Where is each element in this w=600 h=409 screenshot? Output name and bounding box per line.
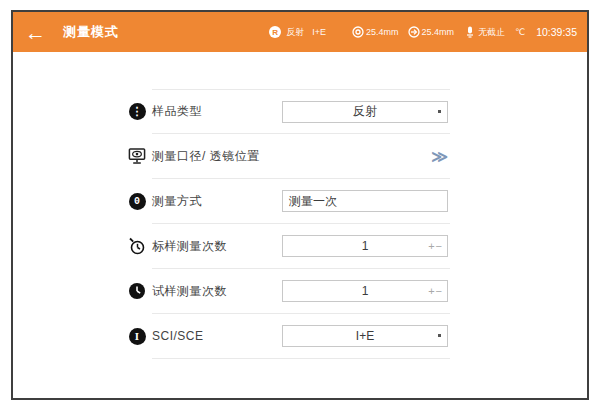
sample-count-stepper[interactable]: 1 + −	[282, 280, 448, 302]
measure-method-label: 测量方式	[152, 193, 202, 210]
device-screen: ← 测量模式 R 反射 I+E 25.4mm 25.4mm	[11, 10, 589, 400]
status-sci-sce: I+E	[312, 27, 326, 37]
decrement-button[interactable]: −	[436, 240, 443, 252]
uv-lamp-icon	[466, 26, 474, 38]
row-sci-sce: I SCI/SCE I+E	[152, 314, 450, 359]
back-arrow-icon[interactable]: ←	[25, 22, 46, 43]
stepper-controls: + −	[428, 240, 443, 252]
sample-type-select[interactable]: 反射	[282, 101, 448, 123]
sci-sce-value: I+E	[356, 329, 374, 343]
sample-count-value: 1	[362, 284, 369, 298]
temperature-unit: ℃	[515, 27, 525, 37]
stopwatch-icon	[128, 237, 146, 255]
status-bar: R 反射 I+E 25.4mm 25.4mm	[269, 26, 577, 39]
monitor-eye-icon	[128, 147, 146, 165]
zero-circle-icon: 0	[128, 192, 146, 210]
settings-list: ⋮ 样品类型 反射 测量口径/ 透镜位置 ≫	[13, 52, 587, 359]
measure-method-value: 测量一次	[289, 193, 337, 210]
aperture-lens-label: 测量口径/ 透镜位置	[152, 148, 260, 165]
page-title: 测量模式	[63, 23, 119, 41]
status-illumination-aperture: 25.4mm	[422, 27, 455, 37]
row-aperture-lens[interactable]: 测量口径/ 透镜位置 ≫	[152, 134, 450, 179]
standard-count-stepper[interactable]: 1 + −	[282, 235, 448, 257]
row-sample-type: ⋮ 样品类型 反射	[152, 89, 450, 134]
clock-icon	[128, 282, 146, 300]
double-chevron-right-icon[interactable]: ≫	[431, 147, 446, 166]
row-standard-count: 标样测量次数 1 + −	[152, 224, 450, 269]
sample-count-label: 试样测量次数	[152, 283, 227, 300]
dropdown-dot-icon	[438, 334, 441, 337]
row-sample-count: 试样测量次数 1 + −	[152, 269, 450, 314]
measure-method-input[interactable]: 测量一次	[282, 190, 448, 212]
header-bar: ← 测量模式 R 反射 I+E 25.4mm 25.4mm	[13, 12, 587, 52]
reflectance-mode-icon: R	[269, 26, 281, 38]
sample-type-value: 反射	[353, 103, 377, 120]
status-mode-text: 反射	[286, 26, 304, 39]
status-measure-aperture: 25.4mm	[366, 27, 399, 37]
standard-count-label: 标样测量次数	[152, 238, 227, 255]
increment-button[interactable]: +	[428, 285, 435, 297]
more-dots-circle-icon: ⋮	[128, 103, 146, 121]
increment-button[interactable]: +	[428, 240, 435, 252]
sample-type-label: 样品类型	[152, 103, 202, 120]
stepper-controls: + −	[428, 285, 443, 297]
decrement-button[interactable]: −	[436, 285, 443, 297]
i-circle-icon: I	[128, 327, 146, 345]
dropdown-dot-icon	[438, 110, 441, 113]
measure-aperture-icon	[352, 26, 364, 38]
illumination-aperture-icon	[408, 26, 420, 38]
row-measure-method: 0 测量方式 测量一次	[152, 179, 450, 224]
sci-sce-select[interactable]: I+E	[282, 325, 448, 347]
clock-time: 10:39:35	[536, 26, 577, 38]
sci-sce-label: SCI/SCE	[152, 329, 204, 343]
standard-count-value: 1	[362, 239, 369, 253]
status-uv-cutoff: 无截止	[478, 26, 505, 39]
